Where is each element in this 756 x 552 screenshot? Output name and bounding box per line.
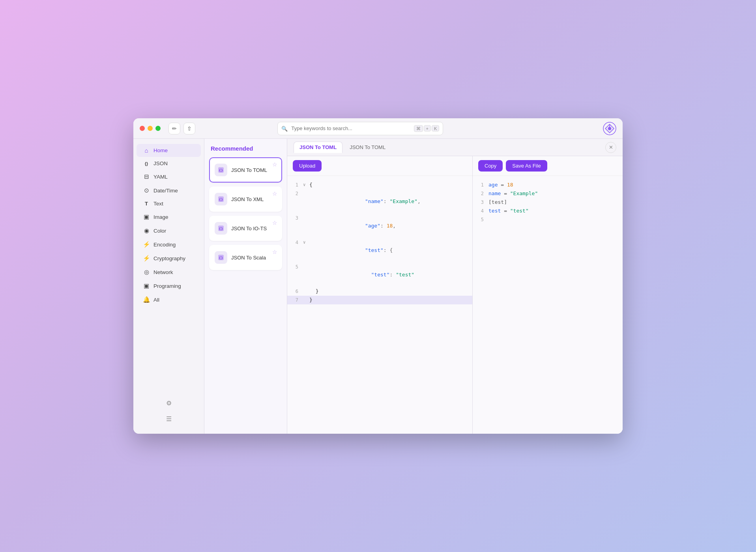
sidebar-nav: ⌂ Home {} JSON ⊟ YAML ⊙ Date/Time T Te bbox=[133, 144, 204, 393]
sidebar-item-label: Home bbox=[153, 147, 168, 153]
search-icon: 🔍 bbox=[281, 125, 288, 131]
input-panel: Upload 1 ∨ { 2 bbox=[287, 156, 473, 434]
tool-card-json-to-toml[interactable]: {} JSON To TOML ☆ bbox=[209, 157, 282, 183]
sidebar-item-yaml[interactable]: ⊟ YAML bbox=[137, 170, 201, 183]
edit-icon: ✏ bbox=[172, 125, 177, 132]
tool-card-json-to-scala[interactable]: {} JSON To Scala ☆ bbox=[209, 245, 282, 270]
cmd-key: ⌘ bbox=[414, 125, 423, 132]
input-toolbar: Upload bbox=[287, 156, 472, 176]
sidebar-item-network[interactable]: ◎ Network bbox=[137, 265, 201, 279]
favorite-star-icon[interactable]: ☆ bbox=[272, 161, 277, 168]
search-bar: 🔍 ⌘ + K bbox=[277, 122, 443, 135]
sidebar-item-all[interactable]: 🔔 All bbox=[137, 293, 201, 306]
datetime-icon: ⊙ bbox=[143, 187, 150, 194]
sidebar-item-label: Image bbox=[153, 214, 168, 220]
settings-icon: ⚙ bbox=[166, 399, 172, 407]
recommended-panel: Recommended {} JSON To TOML ☆ {} JSON To… bbox=[204, 139, 287, 434]
sidebar: ⌂ Home {} JSON ⊟ YAML ⊙ Date/Time T Te bbox=[133, 139, 204, 434]
line-content: { bbox=[309, 181, 472, 189]
sidebar-item-text[interactable]: T Text bbox=[137, 198, 201, 210]
tab-label: JSON To TOML bbox=[350, 144, 385, 150]
tool-card-json-to-io-ts[interactable]: {} JSON To IO-TS ☆ bbox=[209, 216, 282, 241]
line-number: 6 bbox=[287, 287, 303, 295]
sidebar-item-json[interactable]: {} JSON bbox=[137, 157, 201, 170]
tab-json-to-toml-1[interactable]: JSON To TOML bbox=[294, 142, 342, 153]
maximize-button[interactable] bbox=[155, 126, 161, 131]
out-line-number: 3 bbox=[473, 198, 488, 206]
line-content: "name": "Example", bbox=[309, 190, 472, 213]
line-content: } bbox=[309, 287, 472, 295]
cryptography-icon: ⚡ bbox=[143, 255, 150, 262]
sidebar-item-label: YAML bbox=[153, 174, 168, 180]
text-icon: T bbox=[143, 201, 150, 207]
yaml-icon: ⊟ bbox=[143, 173, 150, 180]
tab-json-to-toml-2[interactable]: JSON To TOML bbox=[344, 142, 391, 153]
edit-button[interactable]: ✏ bbox=[168, 123, 180, 134]
sidebar-item-programing[interactable]: ▣ Programing bbox=[137, 279, 201, 293]
k-key: K bbox=[432, 125, 439, 132]
editor-tabs: JSON To TOML JSON To TOML ✕ bbox=[287, 139, 623, 156]
settings-button[interactable]: ⚙ bbox=[162, 396, 176, 410]
tool-card-icon: {} bbox=[215, 164, 227, 176]
menu-button[interactable]: ☰ bbox=[162, 412, 176, 426]
out-line-content: test = "test" bbox=[488, 207, 623, 215]
editor-area: JSON To TOML JSON To TOML ✕ Upload bbox=[287, 139, 623, 434]
out-line-content: name = "Example" bbox=[488, 190, 623, 198]
json-icon: {} bbox=[143, 161, 150, 166]
copy-button[interactable]: Copy bbox=[478, 160, 503, 172]
share-icon: ⇧ bbox=[187, 125, 192, 132]
out-line-content: age = 18 bbox=[488, 181, 623, 189]
code-line-5: 5 "test": "test" bbox=[287, 263, 472, 287]
editor-body: Upload 1 ∨ { 2 bbox=[287, 156, 623, 434]
encoding-icon: ⚡ bbox=[143, 241, 150, 248]
output-panel: Copy Save As File 1 age = 18 bbox=[473, 156, 623, 434]
tool-card-json-to-xml[interactable]: {} JSON To XML ☆ bbox=[209, 186, 282, 212]
line-number: 4 bbox=[287, 239, 303, 246]
out-line-number: 4 bbox=[473, 207, 488, 215]
main-content: ⌂ Home {} JSON ⊟ YAML ⊙ Date/Time T Te bbox=[133, 139, 623, 434]
svg-text:{}: {} bbox=[219, 256, 223, 260]
code-line-2: 2 "name": "Example", bbox=[287, 189, 472, 214]
app-logo bbox=[603, 122, 616, 135]
close-button[interactable] bbox=[140, 126, 145, 131]
favorite-star-icon[interactable]: ☆ bbox=[272, 220, 277, 226]
close-tab-button[interactable]: ✕ bbox=[605, 142, 616, 153]
traffic-lights bbox=[140, 126, 161, 131]
out-line-number: 2 bbox=[473, 190, 488, 198]
programing-icon: ▣ bbox=[143, 282, 150, 289]
svg-text:{}: {} bbox=[219, 227, 223, 231]
home-icon: ⌂ bbox=[143, 147, 150, 154]
share-button[interactable]: ⇧ bbox=[183, 123, 195, 134]
favorite-star-icon[interactable]: ☆ bbox=[272, 190, 277, 197]
image-icon: ▣ bbox=[143, 213, 150, 220]
sidebar-item-label: JSON bbox=[153, 160, 168, 166]
sidebar-item-datetime[interactable]: ⊙ Date/Time bbox=[137, 184, 201, 197]
out-line-2: 2 name = "Example" bbox=[473, 189, 623, 198]
tool-card-name: JSON To TOML bbox=[231, 167, 277, 173]
out-line-1: 1 age = 18 bbox=[473, 181, 623, 189]
sidebar-item-home[interactable]: ⌂ Home bbox=[137, 144, 201, 157]
output-toolbar: Copy Save As File bbox=[473, 156, 623, 176]
sidebar-item-color[interactable]: ◉ Color bbox=[137, 224, 201, 237]
line-arrow[interactable]: ∨ bbox=[303, 181, 309, 189]
line-arrow[interactable]: ∨ bbox=[303, 239, 309, 246]
upload-button[interactable]: Upload bbox=[293, 160, 322, 172]
sidebar-item-encoding[interactable]: ⚡ Encoding bbox=[137, 238, 201, 251]
sidebar-item-image[interactable]: ▣ Image bbox=[137, 210, 201, 224]
sidebar-item-label: Date/Time bbox=[153, 188, 178, 194]
sidebar-item-cryptography[interactable]: ⚡ Cryptography bbox=[137, 252, 201, 265]
line-number: 7 bbox=[287, 296, 303, 304]
line-number: 1 bbox=[287, 181, 303, 189]
sidebar-item-label: Text bbox=[153, 201, 163, 207]
keyboard-shortcut: ⌘ + K bbox=[414, 125, 440, 132]
favorite-star-icon[interactable]: ☆ bbox=[272, 249, 277, 255]
out-line-content bbox=[488, 216, 623, 224]
tool-card-name: JSON To XML bbox=[231, 196, 277, 202]
minimize-button[interactable] bbox=[148, 126, 153, 131]
sidebar-footer: ⚙ ☰ bbox=[133, 393, 204, 429]
line-content: "age": 18, bbox=[309, 214, 472, 238]
line-content: "test": { bbox=[309, 239, 472, 262]
out-line-5: 5 bbox=[473, 215, 623, 224]
save-as-file-button[interactable]: Save As File bbox=[506, 160, 547, 172]
code-input-editor[interactable]: 1 ∨ { 2 "name": "Example", bbox=[287, 176, 472, 434]
